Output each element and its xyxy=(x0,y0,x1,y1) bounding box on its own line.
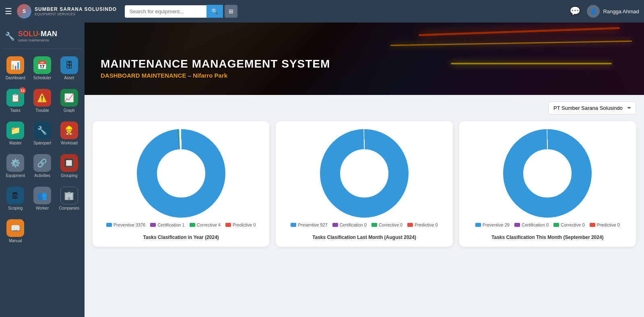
workload-icon: 👷 xyxy=(60,121,78,139)
grouping-icon: 🔲 xyxy=(60,154,78,172)
asset-icon: 🗄 xyxy=(60,56,78,74)
scoping-icon: 🗓 xyxy=(6,187,24,204)
legend-label-certification: Certification 1 xyxy=(157,222,184,227)
legend-dot-red-tm xyxy=(590,223,595,227)
chart-card-this-month: Preventive 29 Certification 0 Corrective… xyxy=(459,121,636,247)
legend-preventive-year: Preventive 3376 xyxy=(106,222,146,227)
sidebar-item-trouble[interactable]: ⚠️ Trouble xyxy=(30,86,55,116)
sidebar-item-worker[interactable]: 👥 Worker xyxy=(30,183,55,214)
donut-this-month xyxy=(503,129,592,218)
banner-subtitle: DASHBOARD MAINTENANCE – Nifarro Park xyxy=(101,72,330,79)
chart-title-year: Tasks Clasification in Year (2024) xyxy=(143,235,219,240)
legend-dot-blue-lm xyxy=(291,223,296,227)
legend-predictive-this-month: Predictive 0 xyxy=(590,222,620,227)
sidebar-item-activities[interactable]: 🔗 Activities xyxy=(30,151,55,181)
legend-dot-red xyxy=(225,223,231,227)
master-icon: 📁 xyxy=(6,121,24,139)
search-button[interactable]: 🔍 xyxy=(206,5,223,18)
banner-title: MAINTENANCE MANAGEMENT SYSTEM xyxy=(101,58,330,70)
sidebar-label-equipment: Equipment xyxy=(6,173,25,178)
legend-label-certification-lm: Certification 0 xyxy=(340,222,367,227)
sidebar-logo: 🔧 SOLU-MAN solusi maintenance xyxy=(3,27,81,49)
sidebar-item-asset[interactable]: 🗄 Asset xyxy=(57,53,81,83)
sidebar-logo-icon: 🔧 xyxy=(5,31,15,41)
sidebar-item-manual[interactable]: 📖 Manual xyxy=(3,216,28,246)
sidebar-label-activities: Activities xyxy=(34,173,50,178)
navbar: ☰ S SUMBER SARANA SOLUSINDO EQUIPMENT SE… xyxy=(0,0,644,23)
sparepart-icon: 🔧 xyxy=(33,121,51,139)
sidebar-item-companies[interactable]: 🏢 Companies xyxy=(57,183,81,214)
legend-certification-this-month: Certification 0 xyxy=(514,222,549,227)
chart-title-last-month: Tasks Clasification Last Month (August 2… xyxy=(312,235,416,240)
sidebar-label-master: Master xyxy=(9,141,22,145)
sidebar-item-sparepart[interactable]: 🔧 Sparepart xyxy=(30,118,55,148)
legend-corrective-this-month: Corrective 0 xyxy=(553,222,584,227)
sidebar-item-master[interactable]: 📁 Master xyxy=(3,118,28,148)
company-name: SUMBER SARANA SOLUSINDO xyxy=(35,6,117,12)
legend-label-predictive-tm: Predictive 0 xyxy=(597,222,620,227)
donut-svg-this-month xyxy=(503,129,592,218)
scheduler-icon: 📅 xyxy=(33,56,51,74)
sidebar-label-dashboard: Dashboard xyxy=(6,76,25,80)
sidebar-label-trouble: Trouble xyxy=(35,108,49,113)
chart-card-last-month: Preventive 927 Certification 0 Correctiv… xyxy=(276,121,452,247)
tasks-icon: 📋 11 xyxy=(6,89,24,107)
legend-label-corrective-lm: Corrective 0 xyxy=(379,222,402,227)
chart-card-year: Preventive 3376 Certification 1 Correcti… xyxy=(93,121,269,247)
sidebar-item-grouping[interactable]: 🔲 Grouping xyxy=(57,151,81,181)
avatar: 👤 xyxy=(587,5,600,18)
chart-legend-last-month: Preventive 927 Certification 0 Correctiv… xyxy=(291,222,438,227)
sidebar-item-scoping[interactable]: 🗓 Scoping xyxy=(3,183,28,214)
sidebar-item-equipment[interactable]: ⚙️ Equipment xyxy=(3,151,28,181)
user-name: Rangga Ahmad xyxy=(603,8,639,14)
content-area: MAINTENANCE MANAGEMENT SYSTEM DASHBOARD … xyxy=(85,23,644,317)
chat-icon[interactable]: 💬 xyxy=(570,6,580,16)
legend-label-certification-tm: Certification 0 xyxy=(522,222,549,227)
main-area: 🔧 SOLU-MAN solusi maintenance 📊 Dashboar… xyxy=(0,23,644,317)
chart-title-this-month: Tasks Clasification This Month (Septembe… xyxy=(491,235,604,240)
legend-preventive-last-month: Preventive 927 xyxy=(291,222,327,227)
sidebar-item-graph[interactable]: 📈 Graph xyxy=(57,86,81,116)
sidebar-item-workload[interactable]: 👷 Workload xyxy=(57,118,81,148)
sidebar-label-manual: Manual xyxy=(9,239,22,243)
activities-icon: 🔗 xyxy=(33,154,51,172)
legend-predictive-last-month: Predictive 0 xyxy=(407,222,438,227)
brand-sub: solusi maintenance xyxy=(18,38,57,42)
brand-name: SOLU-MAN xyxy=(18,30,57,38)
legend-dot-blue-tm xyxy=(475,223,481,227)
svg-point-11 xyxy=(524,150,571,197)
banner-text: MAINTENANCE MANAGEMENT SYSTEM DASHBOARD … xyxy=(101,58,330,79)
legend-dot-green-lm xyxy=(372,223,377,227)
sidebar-label-companies: Companies xyxy=(59,206,79,210)
companies-icon: 🏢 xyxy=(60,187,78,204)
legend-predictive-year: Predictive 0 xyxy=(225,222,256,227)
worker-icon: 👥 xyxy=(33,187,51,204)
content-body: PT Sumber Sarana Solusindo xyxy=(85,95,644,253)
legend-dot-green xyxy=(190,223,195,227)
sidebar-label-scheduler: Scheduler xyxy=(33,76,51,80)
legend-dot-blue xyxy=(106,223,112,227)
dashboard-icon: 📊 xyxy=(6,56,24,74)
svg-point-8 xyxy=(341,150,388,197)
legend-corrective-year: Corrective 4 xyxy=(190,222,221,227)
search-input[interactable] xyxy=(125,5,206,18)
user-menu[interactable]: 👤 Rangga Ahmad xyxy=(587,5,639,18)
legend-label-preventive-tm: Preventive 29 xyxy=(483,222,510,227)
donut-svg-last-month xyxy=(320,129,409,218)
hamburger-icon[interactable]: ☰ xyxy=(5,6,12,16)
equipment-icon: ⚙️ xyxy=(6,154,24,172)
sidebar-item-dashboard[interactable]: 📊 Dashboard xyxy=(3,53,28,83)
legend-dot-red-lm xyxy=(407,223,413,227)
company-select[interactable]: PT Sumber Sarana Solusindo xyxy=(548,101,636,115)
sidebar-item-tasks[interactable]: 📋 11 Tasks xyxy=(3,86,28,116)
grid-view-button[interactable]: ⊞ xyxy=(225,5,237,18)
legend-label-predictive-lm: Predictive 0 xyxy=(415,222,438,227)
sidebar-label-grouping: Grouping xyxy=(61,173,77,178)
chart-legend-year: Preventive 3376 Certification 1 Correcti… xyxy=(106,222,256,227)
legend-dot-purple xyxy=(150,223,156,227)
tasks-badge: 11 xyxy=(19,87,26,94)
legend-label-predictive: Predictive 0 xyxy=(233,222,256,227)
legend-label-corrective: Corrective 4 xyxy=(197,222,221,227)
sidebar-grid: 📊 Dashboard 📅 Scheduler 🗄 Asset 📋 11 Tas… xyxy=(3,53,81,246)
sidebar-item-scheduler[interactable]: 📅 Scheduler xyxy=(30,53,55,83)
